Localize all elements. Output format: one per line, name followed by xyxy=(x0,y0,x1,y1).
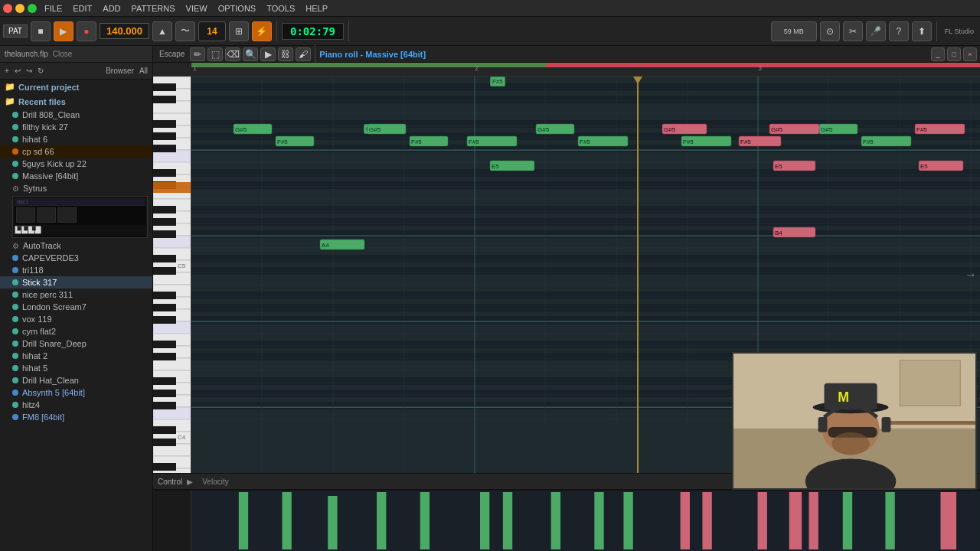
sidebar-item-fm8[interactable]: FM8 [64bit] xyxy=(0,411,152,423)
pitch-up-button[interactable]: ▲ xyxy=(152,21,172,41)
person-svg: M xyxy=(733,352,975,490)
play-button[interactable]: ▶ xyxy=(54,21,74,41)
sidebar-item-filthy-kick[interactable]: filthy kick 27 xyxy=(0,121,152,133)
sidebar-item-tri118[interactable]: tri118 xyxy=(0,264,152,276)
piano-keyboard[interactable]: C5 C4 xyxy=(153,77,191,473)
menu-options[interactable]: OPTIONS xyxy=(214,2,261,15)
stop-button[interactable]: ■ xyxy=(31,21,51,41)
sidebar-item-niceperc[interactable]: nice perc 311 xyxy=(0,289,152,301)
pr-maximize[interactable]: □ xyxy=(947,47,961,61)
bpm-display[interactable]: 140.000 xyxy=(100,23,149,39)
pr-brush-btn[interactable]: 🖌 xyxy=(296,47,311,61)
sidebar-item-drill808[interactable]: Drill 808_Clean xyxy=(0,109,152,121)
pr-select-btn[interactable]: ⬚ xyxy=(207,47,223,61)
cut-button[interactable]: ✂ xyxy=(843,21,863,41)
note-g1[interactable]: G#5 xyxy=(234,124,270,134)
note-g5[interactable]: F#5 xyxy=(467,136,513,146)
dot-icon xyxy=(12,402,18,408)
sidebar-section-recent[interactable]: 📁 Recent files xyxy=(0,94,152,109)
gear-icon-auto: ⚙ xyxy=(12,242,19,250)
sidebar-item-sytrus[interactable]: ⚙ Sytrus xyxy=(0,182,152,194)
dot-icon xyxy=(12,328,18,334)
sidebar-item-autotrack[interactable]: ⚙ AutoTrack xyxy=(0,240,152,252)
menu-add[interactable]: ADD xyxy=(98,2,125,15)
pr-link-btn[interactable]: ⛓ xyxy=(278,47,293,61)
sidebar-item-hitz4[interactable]: hitz4 xyxy=(0,399,152,411)
note-g2[interactable]: F#5 xyxy=(276,136,312,146)
ruler: 1 2 3 xyxy=(153,63,980,77)
svg-rect-48 xyxy=(191,292,980,299)
svg-rect-141 xyxy=(420,492,430,549)
svg-rect-57 xyxy=(191,236,980,236)
svg-rect-4 xyxy=(58,207,77,222)
sidebar-item-cpsd66[interactable]: cp sd 66 xyxy=(0,145,152,158)
svg-text:F#5: F#5 xyxy=(740,139,751,145)
sidebar-item-drillhat[interactable]: Drill Hat_Clean xyxy=(0,374,152,386)
sidebar-item-stick317[interactable]: Stick 317 xyxy=(0,276,152,289)
dot-icon xyxy=(12,292,18,298)
svg-rect-133 xyxy=(919,161,963,171)
close-button[interactable] xyxy=(3,4,12,13)
svg-rect-111 xyxy=(536,124,574,134)
menu-patterns[interactable]: PATTERNS xyxy=(127,2,180,15)
record-button[interactable]: ● xyxy=(77,21,96,41)
bar-display: 14 xyxy=(198,21,226,41)
menu-edit[interactable]: EDIT xyxy=(68,2,96,15)
file-label: thelaunch.flp xyxy=(5,50,48,58)
svg-text:F#5: F#5 xyxy=(683,139,694,145)
pr-minimize[interactable]: _ xyxy=(931,47,945,61)
mixer-button2[interactable]: ⊙ xyxy=(820,21,840,41)
sidebar-item-hihat2[interactable]: hihat 2 xyxy=(0,350,152,362)
minimize-button[interactable] xyxy=(15,4,24,13)
velocity-piano-space xyxy=(153,491,191,551)
sidebar-item-drillsnare[interactable]: Drill Snare_Deep xyxy=(0,337,152,350)
close-label[interactable]: Close xyxy=(53,50,73,58)
sidebar-back-icon[interactable]: ↩ xyxy=(13,65,22,77)
sidebar-item-capeverde[interactable]: CAPEVERDE3 xyxy=(0,252,152,264)
export-button[interactable]: ⬆ xyxy=(912,21,932,41)
sidebar-item-london[interactable]: London Scream7 xyxy=(0,301,152,313)
svg-rect-154 xyxy=(885,492,894,549)
sidebar-item-vox119[interactable]: vox 119 xyxy=(0,313,152,325)
mic-button[interactable]: 🎤 xyxy=(866,21,886,41)
wave-button[interactable]: 〜 xyxy=(175,21,195,41)
note-g4[interactable]: F#5 xyxy=(410,136,446,146)
pr-play-btn[interactable]: ▶ xyxy=(260,47,276,61)
menu-file[interactable]: FILE xyxy=(40,2,67,15)
note-g8[interactable]: F#5 xyxy=(490,77,505,86)
sidebar-item-hihat5[interactable]: hihat 5 xyxy=(0,362,152,374)
sidebar-section-current[interactable]: 📁 Current project xyxy=(0,80,152,94)
sidebar-add-icon[interactable]: + xyxy=(3,65,11,77)
menu-tools[interactable]: TOOLS xyxy=(262,2,299,15)
sidebar-item-cymflat2[interactable]: cym flat2 xyxy=(0,325,152,337)
svg-rect-168 xyxy=(818,417,828,432)
sidebar-item-massive[interactable]: Massive [64bit] xyxy=(0,170,152,182)
gear-icon: ⚙ xyxy=(12,184,19,193)
pr-zoom-btn[interactable]: 🔍 xyxy=(243,47,258,61)
maximize-button[interactable] xyxy=(28,4,37,13)
menu-help[interactable]: HELP xyxy=(301,2,332,15)
scroll-right-icon[interactable]: → xyxy=(965,268,977,282)
menu-view[interactable]: VIEW xyxy=(181,2,212,15)
svg-text:C5: C5 xyxy=(178,262,186,269)
svg-rect-142 xyxy=(480,492,489,549)
pr-draw-btn[interactable]: ✏ xyxy=(190,47,205,61)
help-button[interactable]: ? xyxy=(889,21,909,41)
sidebar-toolbar: + ↩ ↪ ↻ Browser All xyxy=(0,63,152,80)
sidebar-item-absynth5[interactable]: Absynth 5 [64bit] xyxy=(0,386,152,399)
sidebar-item-5guys[interactable]: 5guys Kick up 22 xyxy=(0,158,152,170)
ruler-marks[interactable]: 1 2 3 xyxy=(191,63,980,76)
pr-erase-btn[interactable]: ⌫ xyxy=(225,47,240,61)
svg-rect-137 xyxy=(239,492,248,549)
svg-rect-50 xyxy=(191,316,980,324)
synth-button[interactable]: ⚡ xyxy=(252,21,272,41)
sidebar-item-hihat6[interactable]: hihat 6 xyxy=(0,133,152,145)
mixer-button[interactable]: ⊞ xyxy=(229,21,249,41)
note-g3[interactable]: G#5 xyxy=(364,124,400,134)
dot-icon xyxy=(12,279,18,285)
sidebar-refresh-icon[interactable]: ↻ xyxy=(36,65,45,77)
pr-close[interactable]: × xyxy=(963,47,977,61)
sidebar-all-label: All xyxy=(138,65,149,77)
control-arrow[interactable]: ▶ xyxy=(187,478,193,486)
sidebar-forward-icon[interactable]: ↪ xyxy=(24,65,34,77)
